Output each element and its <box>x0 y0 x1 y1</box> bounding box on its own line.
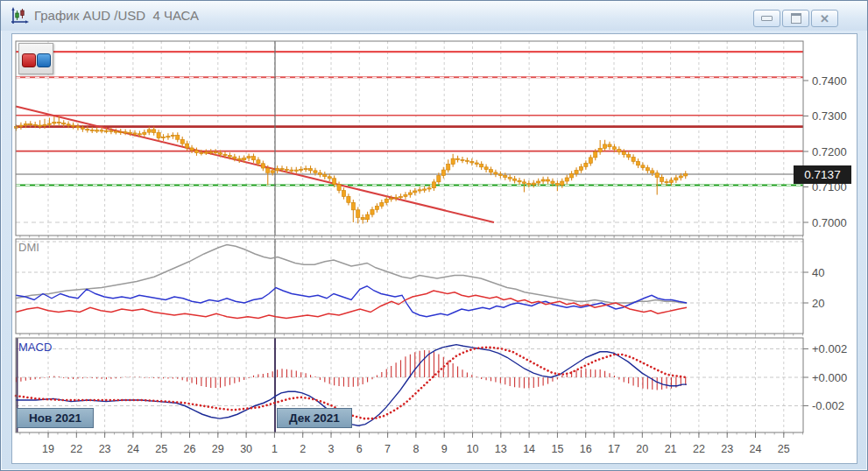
macd-panel-bg <box>16 338 803 432</box>
x-axis-label: 24 <box>127 443 139 455</box>
macd-axis-label: -0.002 <box>812 399 844 412</box>
current-price-badge: 0.7137 <box>794 165 851 184</box>
x-axis-label: 22 <box>70 443 82 455</box>
x-axis-label: 29 <box>212 443 224 455</box>
x-axis-label: 14 <box>523 443 535 455</box>
x-axis-label: 13 <box>495 443 507 455</box>
x-axis-label: 17 <box>608 443 620 455</box>
x-axis-label: 21 <box>665 443 677 455</box>
x-axis-labels: 1922232425262930123678910131415161720212… <box>42 443 790 455</box>
series-toolbar <box>18 43 53 74</box>
macd-panel-title: MACD <box>18 341 52 354</box>
x-axis-label: 16 <box>580 443 592 455</box>
x-axis-label: 24 <box>750 443 762 455</box>
price-axis-label: 0.7300 <box>812 109 847 123</box>
x-axis-label: 23 <box>99 443 111 455</box>
month-badge-nov: Нов 2021 <box>17 408 94 428</box>
x-axis-label: 20 <box>636 443 648 455</box>
price-axis-label: 0.7200 <box>812 145 847 158</box>
x-axis-label: 23 <box>721 443 733 455</box>
dmi-axis-label: 20 <box>812 297 824 310</box>
dmi-panel-title: DMI <box>18 241 39 254</box>
chart-window: График AUD /USD 4 ЧАСА ✕ 0.74000.73000.7… <box>0 0 868 471</box>
chart-canvas[interactable]: 0.74000.73000.72000.71000.70004020+0.002… <box>1 1 867 470</box>
month-badge-dec: Дек 2021 <box>277 408 352 428</box>
main-panel-bg <box>16 41 803 236</box>
x-axis-label: 8 <box>413 443 419 455</box>
x-axis-label: 3 <box>328 443 335 455</box>
price-axis-label: 0.7400 <box>812 74 847 88</box>
x-axis-label: 19 <box>42 443 54 455</box>
price-axis-label: 0.7000 <box>812 216 847 229</box>
dmi-axis-label: 40 <box>812 266 824 279</box>
x-axis-label: 15 <box>551 443 563 455</box>
x-axis-label: 30 <box>240 443 252 455</box>
dmi-panel-bg <box>16 239 803 334</box>
red-series-button[interactable] <box>22 53 36 67</box>
x-axis-label: 26 <box>184 443 196 455</box>
x-axis-label: 25 <box>155 443 167 455</box>
x-axis-label: 6 <box>356 443 363 455</box>
x-axis-label: 1 <box>272 443 278 455</box>
x-axis-label: 2 <box>300 443 306 455</box>
x-axis-label: 9 <box>441 443 448 455</box>
x-axis-label: 22 <box>693 443 705 455</box>
x-axis-label: 10 <box>467 443 479 455</box>
macd-axis-label: +0.002 <box>812 342 847 355</box>
x-axis-label: 7 <box>385 443 391 455</box>
macd-axis-label: +0.000 <box>812 371 847 384</box>
x-axis-label: 25 <box>778 443 790 455</box>
blue-series-button[interactable] <box>37 53 51 67</box>
